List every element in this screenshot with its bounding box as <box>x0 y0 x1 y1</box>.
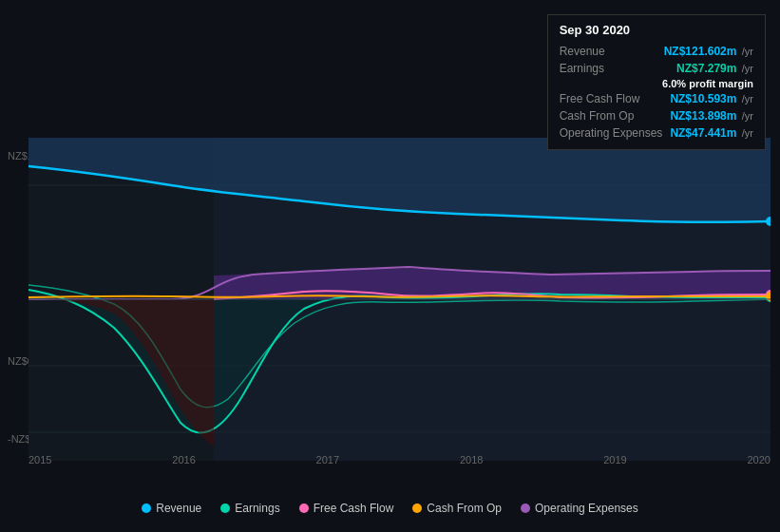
legend-item-revenue[interactable]: Revenue <box>142 502 201 515</box>
tooltip-label-earnings: Earnings <box>560 62 604 75</box>
x-label-2016: 2016 <box>172 454 195 466</box>
tooltip-unit-fcf: /yr <box>742 93 753 104</box>
x-label-2019: 2019 <box>603 454 626 466</box>
tooltip-value-earnings: NZ$7.279m <box>676 62 736 75</box>
x-label-2015: 2015 <box>29 454 51 466</box>
x-labels: 2015 2016 2017 2018 2019 2020 <box>29 454 770 466</box>
legend-label-revenue: Revenue <box>156 502 201 515</box>
legend-dot-revenue <box>142 504 151 513</box>
tooltip-label-fcf: Free Cash Flow <box>560 92 640 105</box>
legend-item-earnings[interactable]: Earnings <box>220 502 279 515</box>
chart-svg <box>29 138 770 461</box>
x-label-2017: 2017 <box>316 454 339 466</box>
tooltip-value-fcf: NZ$10.593m <box>670 92 736 105</box>
legend-label-earnings: Earnings <box>235 502 279 515</box>
legend-dot-fcf <box>299 504 309 513</box>
legend-dot-opex <box>521 504 530 513</box>
tooltip-unit-revenue: /yr <box>742 46 753 57</box>
tooltip-unit-opex: /yr <box>742 127 753 139</box>
legend-dot-earnings <box>220 504 230 513</box>
tooltip-label-revenue: Revenue <box>560 45 605 58</box>
tooltip-row-fcf: Free Cash Flow NZ$10.593m /yr <box>560 90 753 107</box>
tooltip-unit-cashop: /yr <box>742 110 753 122</box>
tooltip-row-earnings: Earnings NZ$7.279m /yr <box>560 60 753 77</box>
tooltip-unit-earnings: /yr <box>742 63 753 74</box>
tooltip-row-opex: Operating Expenses NZ$47.441m /yr <box>560 124 753 142</box>
legend-item-opex[interactable]: Operating Expenses <box>521 502 638 515</box>
tooltip-value-opex: NZ$47.441m <box>670 126 736 140</box>
tooltip-value-revenue: NZ$121.602m <box>664 45 737 58</box>
legend-label-fcf: Free Cash Flow <box>314 502 394 515</box>
legend-dot-cashop <box>412 504 422 513</box>
profit-margin-label: 6.0% profit margin <box>662 78 753 89</box>
tooltip-date: Sep 30 2020 <box>560 23 753 37</box>
tooltip-box: Sep 30 2020 Revenue NZ$121.602m /yr Earn… <box>547 14 766 150</box>
x-label-2020: 2020 <box>747 454 770 466</box>
legend-item-fcf[interactable]: Free Cash Flow <box>299 502 394 515</box>
profit-margin-row: 6.0% profit margin <box>560 77 753 90</box>
x-label-2018: 2018 <box>460 454 483 466</box>
tooltip-row-revenue: Revenue NZ$121.602m /yr <box>560 43 753 60</box>
tooltip-row-cashop: Cash From Op NZ$13.898m /yr <box>560 107 753 124</box>
legend-label-opex: Operating Expenses <box>535 502 638 515</box>
legend-label-cashop: Cash From Op <box>427 502 502 515</box>
tooltip-value-cashop: NZ$13.898m <box>670 109 736 123</box>
legend-item-cashop[interactable]: Cash From Op <box>412 502 502 515</box>
tooltip-label-cashop: Cash From Op <box>560 109 635 123</box>
chart-container: Sep 30 2020 Revenue NZ$121.602m /yr Earn… <box>0 0 780 532</box>
legend: Revenue Earnings Free Cash Flow Cash Fro… <box>0 502 780 515</box>
tooltip-label-opex: Operating Expenses <box>560 126 663 140</box>
